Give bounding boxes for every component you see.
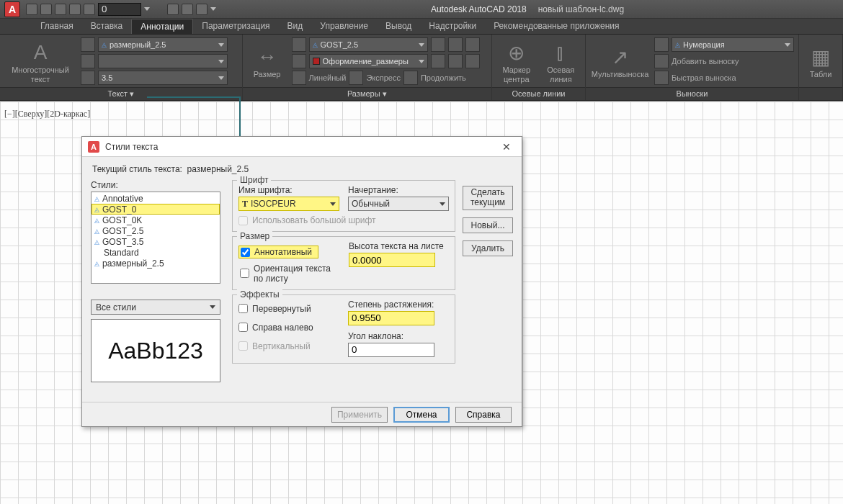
current-style-label: Текущий стиль текста: [92,164,182,174]
qat-open-icon[interactable] [40,4,52,15]
dim-tool1-icon[interactable] [431,37,445,52]
dimension-button[interactable]: ↔ Размер [247,37,287,87]
tab-output[interactable]: Вывод [377,19,420,34]
qat-sheetset-icon[interactable] [182,4,193,15]
dim-quick-label[interactable]: Экспресс [366,73,401,82]
leader-add-icon[interactable] [654,54,669,68]
help-button[interactable]: Справка [455,407,512,423]
tab-parametrize[interactable]: Параметризация [193,19,278,34]
text-find-dropdown[interactable] [98,54,228,68]
annotative-checkbox[interactable] [241,248,250,257]
qat-layer-input[interactable] [98,3,141,16]
style-filter-dropdown[interactable]: Все стили [91,300,220,315]
leader-style-dropdown[interactable]: ◬Нумерация [672,37,794,52]
leader-add-label[interactable]: Добавить выноску [672,57,739,66]
styles-list[interactable]: ◬Annotative ◬GOST_0 ◬GOST_0K ◬GOST_2.5 ◬… [91,192,220,284]
leader-style-icon[interactable] [654,37,669,52]
quick-access-toolbar [26,3,216,16]
new-style-button[interactable]: Новый... [463,217,513,233]
font-group-label: Шрифт [237,175,271,185]
viewcube-label[interactable]: [−][Сверху][2D-каркас] [4,109,90,120]
flip-checkbox[interactable] [238,304,248,313]
annotative-checkbox-row: Аннотативный [238,246,318,258]
tab-insert[interactable]: Вставка [82,19,132,34]
table-label: Табли [810,70,832,78]
qat-undo-icon[interactable] [69,4,81,15]
find-icon[interactable] [81,54,95,68]
qat-new-icon[interactable] [26,4,37,15]
dim-style-dropdown[interactable]: ◬GOST_2.5 [309,37,428,52]
dim-tool4-icon[interactable] [431,54,445,68]
rtl-checkbox[interactable] [238,323,248,332]
bigfont-checkbox [238,216,248,225]
annotative-icon: ◬ [675,41,680,48]
dim-tool5-icon[interactable] [448,54,463,68]
text-abc-icon[interactable] [81,37,95,52]
flip-checkbox-row: Перевернутый [238,304,339,314]
chevron-down-icon [440,202,445,206]
list-item[interactable]: ◬GOST_2.5 [92,225,220,236]
tab-addins[interactable]: Надстройки [420,19,485,34]
cancel-button[interactable]: Отмена [393,407,450,423]
leader-style-value: Нумерация [683,40,725,49]
dim-linear-icon[interactable] [292,71,306,85]
tab-home[interactable]: Главная [32,19,82,34]
set-current-button[interactable]: Сделать текущим [463,186,513,210]
ribbon-group-label-text[interactable]: Текст ▾ [0,87,242,100]
list-item[interactable]: ◬Annotative [92,193,220,204]
paper-height-input[interactable] [349,253,435,267]
height-icon[interactable] [81,71,95,85]
qat-redo-icon[interactable] [84,4,95,15]
font-name-dropdown[interactable]: TISOCPEUR [238,197,339,211]
qat-plot-icon[interactable] [167,4,179,15]
leader-quick-icon[interactable] [654,71,669,85]
ribbon-group-label-leaders[interactable]: Выноски [586,87,798,100]
ribbon-group-label-dimensions[interactable]: Размеры ▾ [243,87,491,100]
table-icon: ▦ [809,45,832,68]
dim-continue-icon[interactable] [403,71,418,85]
centerline-button[interactable]: ⫿ Осевая линия [541,37,581,87]
dim-tool6-icon[interactable] [465,54,480,68]
tab-view[interactable]: Вид [279,19,312,34]
centermark-icon: ⊕ [505,41,528,64]
dim-tool2-icon[interactable] [448,37,463,52]
dim-layer-dropdown[interactable]: Оформление_размеры [309,54,428,68]
ribbon-panel-dimensions: ↔ Размер ◬GOST_2.5 Оформление_размеры [243,35,492,100]
qat-overflow2-icon[interactable] [210,7,216,11]
tab-manage[interactable]: Управление [311,19,377,34]
text-style-dropdown[interactable]: ◬размерный_2.5 [98,37,228,52]
leader-quick-label[interactable]: Быстрая выноска [672,73,736,82]
qat-layout-icon[interactable] [196,4,208,15]
list-item[interactable]: Standard [92,247,220,258]
list-item[interactable]: ◬GOST_0K [92,215,220,225]
centermark-button[interactable]: ⊕ Маркер центра [496,37,537,87]
text-style-value: размерный_2.5 [110,40,166,49]
text-height-dropdown[interactable]: 3.5 [98,71,228,85]
list-item-selected[interactable]: ◬GOST_0 [92,204,220,215]
list-item[interactable]: ◬размерный_2.5 [92,258,220,269]
mtext-button[interactable]: A Многострочный текст [4,37,76,87]
delete-style-button[interactable]: Удалить [463,240,513,256]
dim-tool3-icon[interactable] [465,37,480,52]
font-face-dropdown[interactable]: Обычный [348,197,449,211]
qat-overflow-icon[interactable] [144,7,150,11]
annotation-arrow-h [147,96,239,98]
dim-continue-label[interactable]: Продолжить [421,73,466,82]
mleader-button[interactable]: ↗ Мультивыноска [590,37,650,87]
width-factor-input[interactable] [348,311,434,325]
annotative-icon: ◬ [102,41,107,48]
dim-quick-icon[interactable] [349,71,363,85]
tab-apps[interactable]: Рекомендованные приложения [485,19,628,34]
oblique-angle-input[interactable] [348,343,434,357]
table-button[interactable]: ▦ Табли [803,37,838,87]
qat-save-icon[interactable] [55,4,66,15]
dim-linear-label[interactable]: Линейный [309,73,347,82]
close-button[interactable]: ✕ [497,140,516,154]
dialog-titlebar[interactable]: A Стили текста ✕ [82,137,522,157]
dim-style-icon[interactable] [292,37,306,52]
app-logo[interactable]: A [4,1,20,17]
dim-layer-icon[interactable] [292,54,306,68]
tab-annotate[interactable]: Аннотации [131,19,193,34]
orientation-checkbox[interactable] [240,269,249,278]
list-item[interactable]: ◬GOST_3.5 [92,236,220,247]
